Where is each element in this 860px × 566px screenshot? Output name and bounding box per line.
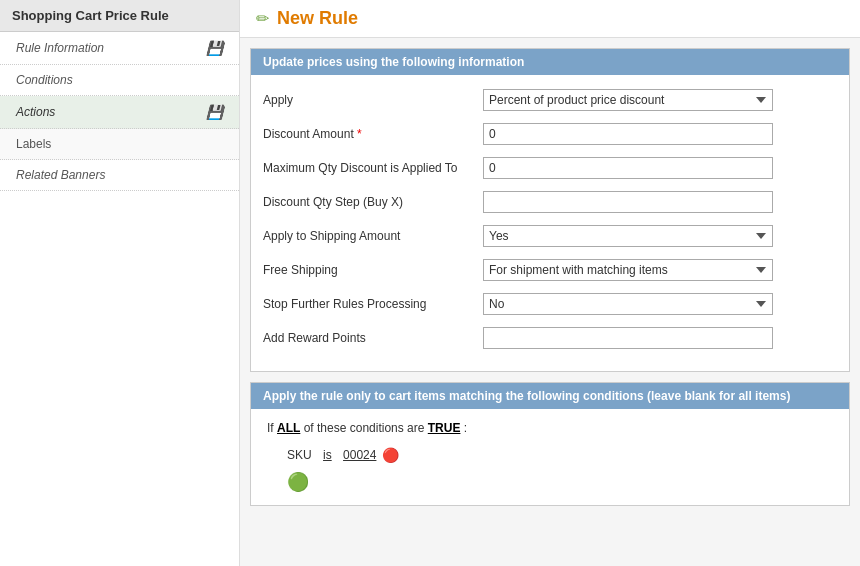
sidebar: Shopping Cart Price Rule Rule Informatio… [0,0,240,566]
select-stop-further[interactable]: Yes No [483,293,773,315]
conditions-body: If ALL of these conditions are TRUE : SK… [251,409,849,505]
prices-section-body: Apply Percent of product price discount … [251,75,849,371]
sidebar-item-conditions[interactable]: Conditions [0,65,239,96]
select-free-shipping[interactable]: No For matching items only For shipment … [483,259,773,281]
sidebar-item-labels[interactable]: Labels [0,129,239,160]
label-free-shipping: Free Shipping [263,263,483,277]
sidebar-item-actions[interactable]: Actions 💾 [0,96,239,129]
field-max-qty: Maximum Qty Discount is Applied To [263,155,837,181]
label-max-qty: Maximum Qty Discount is Applied To [263,161,483,175]
page-title: New Rule [277,8,358,29]
condition-field-sku: SKU [287,448,312,462]
sidebar-title: Shopping Cart Price Rule [0,0,239,32]
sidebar-item-label: Labels [16,137,51,151]
input-discount-amount[interactable] [483,123,773,145]
condition-true-link[interactable]: TRUE [428,421,461,435]
conditions-statement: If ALL of these conditions are TRUE : [267,421,833,435]
input-discount-qty-step[interactable] [483,191,773,213]
condition-all-link[interactable]: ALL [277,421,300,435]
sidebar-item-label: Actions [16,105,55,119]
sidebar-item-label: Conditions [16,73,73,87]
label-stop-further: Stop Further Rules Processing [263,297,483,311]
condition-middle-text: of these conditions are [304,421,428,435]
label-discount-qty-step: Discount Qty Step (Buy X) [263,195,483,209]
field-discount-amount: Discount Amount * [263,121,837,147]
sidebar-item-related-banners[interactable]: Related Banners [0,160,239,191]
sidebar-item-rule-information[interactable]: Rule Information 💾 [0,32,239,65]
condition-add-button[interactable]: 🟢 [287,471,309,493]
main-content: ✏ New Rule Update prices using the follo… [240,0,860,566]
label-discount-amount: Discount Amount * [263,127,483,141]
prices-section-header: Update prices using the following inform… [251,49,849,75]
label-reward-points: Add Reward Points [263,331,483,345]
sidebar-item-label: Related Banners [16,168,105,182]
save-icon: 💾 [206,40,223,56]
page-header: ✏ New Rule [240,0,860,38]
label-apply: Apply [263,93,483,107]
select-apply-shipping[interactable]: Yes No [483,225,773,247]
input-reward-points[interactable] [483,327,773,349]
condition-operator-is[interactable]: is [323,448,332,462]
condition-remove-button[interactable]: 🔴 [380,447,401,463]
prices-section: Update prices using the following inform… [250,48,850,372]
condition-if-text: If [267,421,277,435]
conditions-section-header: Apply the rule only to cart items matchi… [251,383,849,409]
field-apply-shipping: Apply to Shipping Amount Yes No [263,223,837,249]
input-max-qty[interactable] [483,157,773,179]
field-discount-qty-step: Discount Qty Step (Buy X) [263,189,837,215]
field-free-shipping: Free Shipping No For matching items only… [263,257,837,283]
field-reward-points: Add Reward Points [263,325,837,351]
select-apply[interactable]: Percent of product price discount Fixed … [483,89,773,111]
condition-colon: : [464,421,467,435]
page-title-icon: ✏ [256,9,269,28]
label-apply-shipping: Apply to Shipping Amount [263,229,483,243]
save-icon-actions: 💾 [206,104,223,120]
condition-value-00024[interactable]: 00024 [343,448,376,462]
field-apply: Apply Percent of product price discount … [263,87,837,113]
condition-item-sku: SKU is 00024 🔴 [267,443,833,467]
field-stop-further: Stop Further Rules Processing Yes No [263,291,837,317]
conditions-section: Apply the rule only to cart items matchi… [250,382,850,506]
sidebar-item-label: Rule Information [16,41,104,55]
